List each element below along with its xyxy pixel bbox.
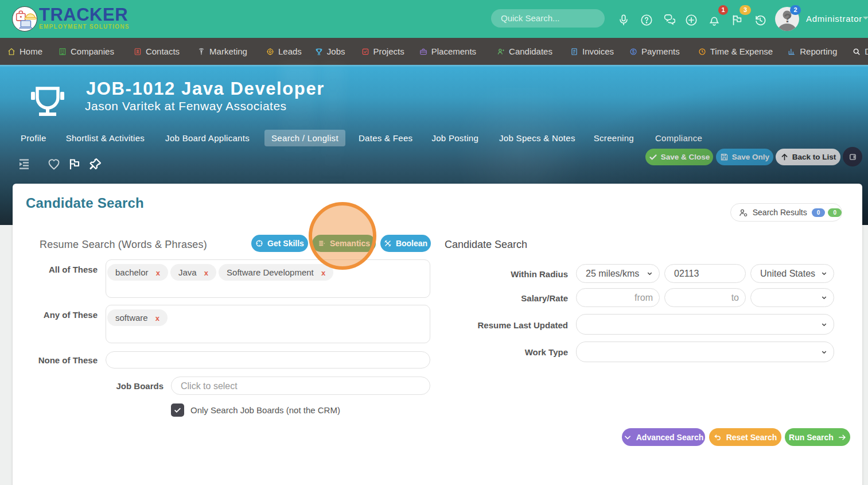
- svg-text:?: ?: [784, 11, 791, 25]
